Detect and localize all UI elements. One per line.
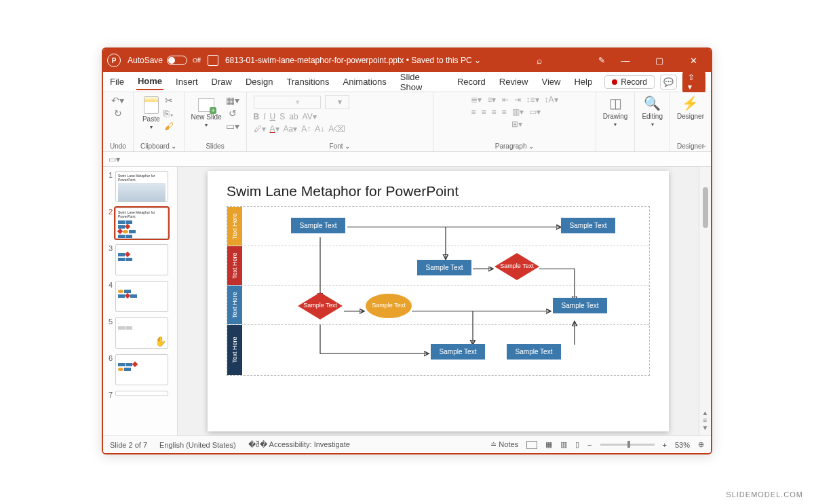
tab-home[interactable]: Home bbox=[136, 73, 163, 90]
tab-slideshow[interactable]: Slide Show bbox=[399, 69, 445, 95]
smartart-button[interactable]: ⊞▾ bbox=[511, 119, 522, 131]
font-color-button[interactable]: A▾ bbox=[270, 124, 279, 134]
record-button[interactable]: Record bbox=[604, 75, 655, 89]
undo-icon[interactable]: ↶▾ bbox=[111, 95, 124, 106]
zoom-slider[interactable] bbox=[600, 444, 655, 446]
copy-icon[interactable]: ⎘▾ bbox=[163, 108, 174, 119]
comments-button[interactable]: 💬 bbox=[660, 75, 677, 90]
bold-button[interactable]: B bbox=[254, 112, 260, 121]
tab-record[interactable]: Record bbox=[456, 74, 487, 90]
autosave-toggle[interactable]: AutoSave Off bbox=[128, 56, 201, 65]
justify-button[interactable]: ≡ bbox=[502, 107, 507, 117]
tab-design[interactable]: Design bbox=[244, 74, 274, 90]
nav-arrows[interactable]: ▲≡▼ bbox=[699, 409, 711, 431]
zoom-in-button[interactable]: + bbox=[663, 441, 667, 449]
lane-2-label[interactable]: Text Here bbox=[227, 246, 242, 285]
paste-button[interactable]: Paste▾ bbox=[142, 96, 160, 130]
lane-3-label[interactable]: Text Here bbox=[227, 286, 242, 324]
document-filename[interactable]: 6813-01-swim-lane-metaphor-for-powerpoin… bbox=[225, 56, 481, 65]
zoom-level[interactable]: 53% bbox=[675, 441, 690, 449]
share-button[interactable]: ⇧ ▾ bbox=[682, 71, 705, 93]
bullets-button[interactable]: ≣▾ bbox=[471, 95, 482, 104]
slide-thumbnails-panel[interactable]: 1Swim Lane Metaphor for PowerPoint 2Swim… bbox=[103, 167, 178, 435]
scrollbar-thumb[interactable] bbox=[703, 187, 708, 228]
columns-button[interactable]: ▥▾ bbox=[512, 107, 524, 117]
clear-format-button[interactable]: A⌫ bbox=[328, 124, 345, 134]
tab-file[interactable]: File bbox=[109, 74, 125, 90]
shadow-button[interactable]: ab bbox=[289, 112, 298, 121]
align-right-button[interactable]: ≡ bbox=[492, 107, 497, 117]
notes-button[interactable]: ≐ Notes bbox=[490, 440, 518, 449]
redo-icon[interactable]: ↻ bbox=[114, 108, 122, 119]
normal-view-icon[interactable] bbox=[526, 441, 537, 449]
search-icon[interactable]: ⌕ bbox=[537, 55, 542, 66]
indent-inc-button[interactable]: ⇥ bbox=[514, 95, 521, 104]
grow-font-button[interactable]: A↑ bbox=[301, 124, 311, 134]
change-case-button[interactable]: Aa▾ bbox=[284, 124, 298, 134]
line-spacing-button[interactable]: ↕≡▾ bbox=[526, 95, 539, 104]
tab-review[interactable]: Review bbox=[498, 74, 530, 90]
slide-thumbnail-2[interactable]: Swim Lane Metaphor for PowerPoint bbox=[115, 208, 168, 239]
tab-animations[interactable]: Animations bbox=[342, 74, 388, 90]
tab-insert[interactable]: Insert bbox=[174, 74, 199, 90]
editing-button[interactable]: 🔍Editing▾ bbox=[642, 95, 663, 128]
flow-decision[interactable]: Sample Text bbox=[298, 292, 343, 319]
underline-button[interactable]: U bbox=[270, 112, 276, 121]
slide-thumbnail-5[interactable]: .✋ bbox=[115, 317, 168, 349]
reading-view-icon[interactable]: ▥ bbox=[560, 440, 567, 449]
drawing-button[interactable]: ◫Drawing▾ bbox=[603, 95, 628, 128]
lane-1-label[interactable]: Text Here bbox=[227, 207, 242, 246]
minimize-button[interactable]: — bbox=[612, 56, 639, 66]
align-center-button[interactable]: ≡ bbox=[482, 107, 486, 117]
accessibility-status[interactable]: �შ� Accessibility: Investigate bbox=[248, 440, 350, 449]
lane-4-label[interactable]: Text Here bbox=[227, 325, 242, 375]
flow-box[interactable]: Sample Text bbox=[507, 344, 561, 360]
slide-canvas-area[interactable]: Swim Lane Metaphor for PowerPoint bbox=[178, 167, 699, 435]
align-left-button[interactable]: ≡ bbox=[471, 107, 476, 117]
slide-counter[interactable]: Slide 2 of 7 bbox=[110, 441, 147, 449]
flow-box[interactable]: Sample Text bbox=[431, 344, 485, 360]
italic-button[interactable]: I bbox=[263, 112, 265, 121]
slide-thumbnail-6[interactable]: . bbox=[115, 354, 168, 385]
slide-title[interactable]: Swim Lane Metaphor for PowerPoint bbox=[227, 183, 650, 199]
sorter-view-icon[interactable]: ▦ bbox=[545, 440, 552, 449]
tab-view[interactable]: View bbox=[540, 74, 562, 90]
slide-thumbnail-4[interactable]: . bbox=[115, 281, 168, 312]
tab-transitions[interactable]: Transitions bbox=[285, 74, 330, 90]
section-icon[interactable]: ▭▾ bbox=[226, 121, 239, 132]
flow-decision[interactable]: Sample Text bbox=[495, 253, 539, 280]
flow-box[interactable]: Sample Text bbox=[561, 218, 615, 233]
slideshow-view-icon[interactable]: ▯ bbox=[575, 440, 579, 449]
flow-box[interactable]: Sample Text bbox=[553, 298, 607, 313]
reset-icon[interactable]: ↺ bbox=[229, 108, 237, 119]
flow-box[interactable]: Sample Text bbox=[291, 218, 345, 233]
close-button[interactable]: ✕ bbox=[680, 56, 707, 66]
save-icon[interactable] bbox=[208, 55, 218, 66]
new-slide-button[interactable]: New Slide▾ bbox=[191, 98, 222, 128]
slide-thumbnail-1[interactable]: Swim Lane Metaphor for PowerPoint bbox=[115, 171, 168, 202]
highlight-button[interactable]: 🖊▾ bbox=[254, 124, 266, 134]
outline-toggle-icon[interactable]: ▭▾ bbox=[109, 155, 120, 164]
collapse-ribbon-icon[interactable]: ⌄ bbox=[701, 141, 707, 149]
slide-thumbnail-3[interactable]: . bbox=[115, 244, 168, 275]
tab-draw[interactable]: Draw bbox=[210, 74, 233, 90]
font-name-combo[interactable]: ▾ bbox=[254, 96, 321, 109]
pen-icon[interactable]: ✎ bbox=[598, 56, 605, 65]
language-indicator[interactable]: English (United States) bbox=[159, 441, 236, 449]
flow-terminator[interactable]: Sample Text bbox=[366, 294, 412, 318]
fit-to-window-button[interactable]: ⊕ bbox=[698, 440, 704, 449]
cut-icon[interactable]: ✂ bbox=[165, 95, 173, 106]
format-painter-icon[interactable]: 🖌 bbox=[164, 121, 174, 132]
numbering-button[interactable]: ≡▾ bbox=[487, 95, 496, 104]
strike-button[interactable]: S bbox=[279, 112, 285, 121]
vertical-scrollbar[interactable]: ▲≡▼ bbox=[699, 167, 711, 435]
shrink-font-button[interactable]: A↓ bbox=[315, 124, 324, 134]
text-direction-button[interactable]: ↕A▾ bbox=[545, 95, 558, 104]
current-slide[interactable]: Swim Lane Metaphor for PowerPoint bbox=[208, 171, 669, 431]
slide-thumbnail-7[interactable] bbox=[115, 391, 168, 396]
swimlane-diagram[interactable]: Text Here Sample Text Sample Text Text H… bbox=[227, 206, 650, 376]
zoom-out-button[interactable]: − bbox=[587, 441, 592, 449]
maximize-button[interactable]: ▢ bbox=[646, 56, 673, 66]
flow-box[interactable]: Sample Text bbox=[417, 260, 471, 275]
designer-button[interactable]: ⚡Designer bbox=[677, 95, 704, 120]
